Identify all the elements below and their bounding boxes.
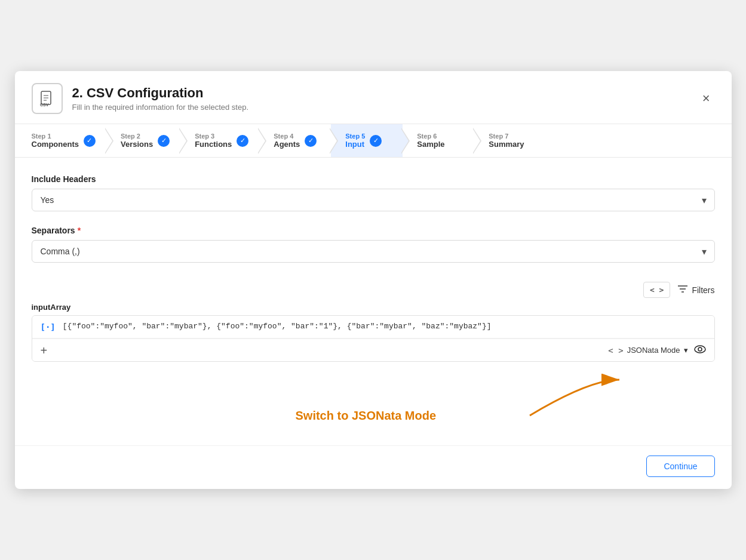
- step-2-content: Step 2 Versions: [121, 133, 153, 149]
- step-4-label: Agents: [274, 140, 300, 149]
- step-2-versions[interactable]: Step 2 Versions ✓: [106, 124, 180, 157]
- step-6-number: Step 6: [417, 133, 444, 140]
- step-4-agents[interactable]: Step 4 Agents ✓: [259, 124, 331, 157]
- jsonata-dropdown-icon: ▾: [684, 346, 688, 355]
- jsonata-mode-label: JSONata Mode: [627, 346, 680, 355]
- code-brackets-icon: < >: [650, 285, 664, 294]
- step-7-summary[interactable]: Step 7 Summary: [474, 124, 558, 157]
- step-4-content: Step 4 Agents: [274, 133, 300, 149]
- close-button[interactable]: ×: [698, 88, 715, 109]
- step-1-number: Step 1: [32, 133, 79, 140]
- include-headers-label: Include Headers: [32, 174, 715, 184]
- steps-navigation: Step 1 Components ✓ Step 2 Versions ✓ St…: [15, 124, 732, 158]
- add-row-button[interactable]: +: [41, 344, 48, 356]
- step-4-number: Step 4: [274, 133, 300, 140]
- code-value: [{"foo":"myfoo", "bar":"mybar"}, {"foo":…: [63, 322, 706, 331]
- step-1-components[interactable]: Step 1 Components ✓: [15, 124, 106, 157]
- input-array-label: inputArray: [32, 303, 715, 312]
- code-toolbar: < > Filters: [32, 277, 715, 303]
- separators-select[interactable]: Comma (,) Semicolon (;) Tab Pipe (|): [32, 240, 715, 263]
- step-5-number: Step 5: [345, 133, 365, 140]
- code-toggle-button[interactable]: < >: [643, 282, 670, 298]
- separators-required-star: *: [78, 226, 81, 235]
- svg-text:CSV: CSV: [40, 103, 49, 107]
- modal-header: CSV 2. CSV Configuration Fill in the req…: [15, 71, 732, 124]
- step-3-number: Step 3: [195, 133, 232, 140]
- step-2-label: Versions: [121, 140, 153, 149]
- code-row: [·] [{"foo":"myfoo", "bar":"mybar"}, {"f…: [32, 316, 714, 339]
- separators-select-wrapper: Comma (,) Semicolon (;) Tab Pipe (|) ▾: [32, 240, 715, 263]
- include-headers-select-wrapper: Yes No ▾: [32, 189, 715, 211]
- step-5-content: Step 5 Input: [345, 133, 365, 149]
- step-3-label: Functions: [195, 140, 232, 149]
- filters-button[interactable]: Filters: [677, 284, 714, 296]
- arrow-annotation-svg: [518, 368, 637, 427]
- code-area: [·] [{"foo":"myfoo", "bar":"mybar"}, {"f…: [32, 315, 715, 362]
- modal-footer: Continue: [15, 445, 732, 489]
- step-1-check: ✓: [84, 135, 96, 147]
- csv-icon: CSV: [32, 83, 63, 114]
- continue-button[interactable]: Continue: [646, 456, 714, 477]
- jsonata-mode-button[interactable]: < > JSONata Mode ▾: [608, 346, 687, 355]
- modal-subtitle: Fill in the required information for the…: [72, 103, 698, 112]
- modal-title: 2. CSV Configuration: [72, 85, 698, 101]
- modal-content: Include Headers Yes No ▾ Separators * Co…: [15, 158, 732, 445]
- step-1-label: Components: [32, 140, 79, 149]
- step-6-content: Step 6 Sample: [417, 133, 444, 149]
- svg-point-8: [695, 346, 705, 353]
- step-7-number: Step 7: [489, 133, 524, 140]
- step-6-sample[interactable]: Step 6 Sample: [403, 124, 474, 157]
- step-2-number: Step 2: [121, 133, 153, 140]
- filters-icon: [677, 284, 688, 296]
- filters-label: Filters: [692, 285, 714, 295]
- step-5-label: Input: [345, 140, 365, 149]
- jsonata-controls: < > JSONata Mode ▾: [608, 344, 705, 356]
- step-1-content: Step 1 Components: [32, 133, 79, 149]
- step-5-check: ✓: [370, 135, 382, 147]
- csv-configuration-modal: CSV 2. CSV Configuration Fill in the req…: [15, 71, 732, 489]
- step-6-label: Sample: [417, 140, 444, 149]
- step-3-check: ✓: [237, 135, 248, 147]
- step-4-check: ✓: [305, 135, 317, 147]
- array-icon: [·]: [41, 322, 56, 332]
- include-headers-select[interactable]: Yes No: [32, 189, 715, 211]
- step-7-label: Summary: [489, 140, 524, 149]
- annotation-text: Switch to JSONata Mode: [296, 409, 437, 423]
- code-footer: + < > JSONata Mode ▾: [32, 339, 714, 361]
- jsonata-code-icon: < >: [608, 346, 623, 355]
- eye-button[interactable]: [694, 344, 706, 356]
- separators-label: Separators *: [32, 226, 715, 235]
- step-2-check: ✓: [158, 135, 170, 147]
- header-text-block: 2. CSV Configuration Fill in the require…: [72, 85, 698, 112]
- step-3-content: Step 3 Functions: [195, 133, 232, 149]
- step-5-input[interactable]: Step 5 Input ✓: [331, 124, 403, 157]
- svg-point-9: [698, 347, 702, 351]
- step-3-functions[interactable]: Step 3 Functions ✓: [180, 124, 259, 157]
- step-7-content: Step 7 Summary: [489, 133, 524, 149]
- annotation-area: Switch to JSONata Mode: [32, 362, 715, 433]
